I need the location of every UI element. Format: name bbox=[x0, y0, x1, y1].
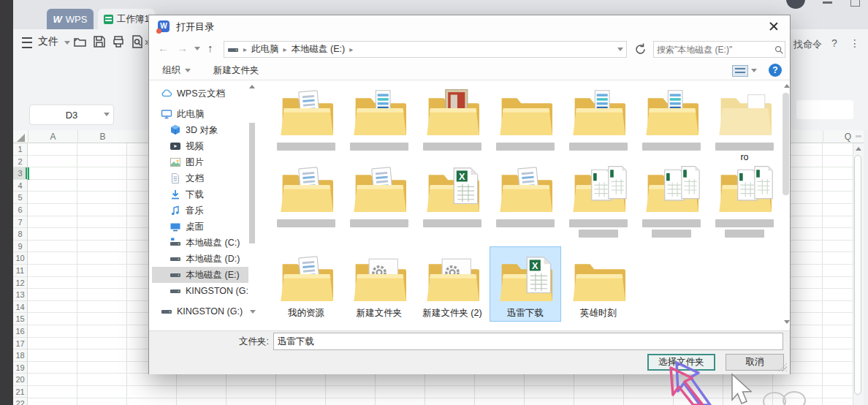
tab-wps-home[interactable]: W WPS bbox=[47, 9, 94, 29]
file-item[interactable] bbox=[490, 81, 560, 153]
row-header[interactable]: 8 bbox=[13, 228, 27, 241]
select-all-corner[interactable] bbox=[17, 134, 25, 142]
file-item[interactable] bbox=[271, 158, 341, 230]
name-box-caret-icon[interactable] bbox=[104, 113, 110, 116]
scrollbar-thumb[interactable] bbox=[854, 155, 861, 395]
file-menu[interactable]: 文件 bbox=[38, 35, 58, 48]
column-header[interactable]: A bbox=[28, 130, 77, 143]
file-item[interactable]: ro bbox=[709, 81, 780, 165]
row-header[interactable]: 3 bbox=[13, 167, 27, 180]
file-item[interactable] bbox=[636, 158, 707, 240]
file-item[interactable] bbox=[344, 81, 414, 153]
file-item[interactable] bbox=[490, 158, 560, 230]
sidebar-item[interactable]: 本地磁盘 (C:) bbox=[152, 235, 248, 251]
row-header[interactable]: 20 bbox=[13, 374, 27, 386]
name-box[interactable]: D3 bbox=[29, 105, 114, 125]
row-header[interactable]: 2 bbox=[13, 156, 27, 168]
scroll-up-icon[interactable] bbox=[856, 147, 861, 151]
print-preview-icon[interactable] bbox=[130, 34, 145, 49]
more-menu-icon[interactable]: ⋮ bbox=[850, 37, 860, 49]
sidebar-item[interactable]: 图片 bbox=[152, 154, 248, 170]
sidebar-item[interactable]: 下载 bbox=[152, 186, 248, 202]
row-header[interactable]: 1 bbox=[13, 143, 27, 156]
sidebar-item[interactable]: 桌面 bbox=[152, 219, 248, 235]
file-item[interactable]: 新建文件夹 (2) bbox=[417, 247, 487, 321]
row-header[interactable]: 4 bbox=[13, 180, 27, 192]
save-icon[interactable] bbox=[92, 34, 107, 49]
crumb-this-pc[interactable]: 此电脑 bbox=[251, 43, 279, 56]
close-icon[interactable] bbox=[759, 15, 787, 37]
column-header[interactable]: B bbox=[77, 130, 127, 143]
forward-icon[interactable]: → bbox=[177, 42, 188, 54]
file-item[interactable]: 英雄时刻 bbox=[563, 247, 633, 321]
new-folder-button[interactable]: 新建文件夹 bbox=[213, 64, 259, 77]
sidebar-item[interactable]: KINGSTON (G: bbox=[152, 283, 248, 299]
dialog-help-icon[interactable]: ? bbox=[769, 64, 782, 77]
search-box[interactable] bbox=[653, 41, 785, 58]
file-item[interactable] bbox=[636, 81, 707, 153]
restore-icon[interactable] bbox=[850, 0, 860, 7]
files-scroll-down-icon[interactable] bbox=[784, 320, 790, 324]
refresh-icon[interactable] bbox=[632, 41, 649, 58]
crumb-local-disk-e[interactable]: 本地磁盘 (E:) bbox=[292, 43, 346, 56]
row-header[interactable]: 15 bbox=[13, 313, 27, 325]
row-header[interactable]: 14 bbox=[13, 301, 27, 314]
files-scroll-up-icon[interactable] bbox=[784, 84, 790, 88]
open-folder-icon[interactable] bbox=[73, 34, 88, 49]
file-item[interactable] bbox=[709, 158, 780, 240]
row-header[interactable]: 9 bbox=[13, 241, 27, 253]
row-header[interactable]: 11 bbox=[13, 265, 27, 277]
breadcrumb[interactable]: ▸ 此电脑 ▸ 本地磁盘 (E:) ▸ bbox=[224, 41, 627, 58]
help-menu-icon[interactable]: ? bbox=[831, 37, 837, 49]
row-header[interactable]: 21 bbox=[13, 386, 27, 398]
sidebar-item[interactable]: KINGSTON (G:) bbox=[152, 303, 248, 319]
sidebar-item[interactable]: 本地磁盘 (E:) bbox=[152, 267, 248, 283]
address-caret-icon[interactable] bbox=[617, 48, 623, 51]
files-scrollbar-thumb[interactable] bbox=[783, 93, 789, 195]
file-item[interactable]: 我的资源 bbox=[271, 247, 341, 321]
find-command-label[interactable]: 找命令 bbox=[793, 38, 822, 51]
print-icon[interactable] bbox=[111, 34, 126, 49]
row-header[interactable]: 5 bbox=[13, 192, 27, 204]
organize-button[interactable]: 组织 bbox=[162, 64, 191, 77]
row-header[interactable]: 13 bbox=[13, 289, 27, 301]
sidebar-scrollbar-thumb[interactable] bbox=[249, 123, 255, 243]
sidebar-item[interactable]: 本地磁盘 (D:) bbox=[152, 251, 248, 267]
row-header[interactable]: 17 bbox=[13, 338, 27, 350]
file-menu-caret-icon[interactable] bbox=[64, 41, 70, 45]
row-header[interactable]: 12 bbox=[13, 277, 27, 289]
sidebar-item[interactable]: 视频 bbox=[152, 138, 248, 154]
chevron-down-icon[interactable] bbox=[250, 310, 256, 314]
file-item[interactable] bbox=[563, 81, 633, 153]
tab-workbook[interactable]: 工作簿1 bbox=[98, 9, 155, 29]
sidebar-item[interactable]: 此电脑 bbox=[152, 106, 248, 122]
file-item[interactable] bbox=[271, 81, 341, 153]
sidebar-item[interactable]: 3D 对象 bbox=[152, 122, 248, 138]
up-icon[interactable]: ↑ bbox=[208, 42, 213, 54]
hamburger-icon[interactable] bbox=[22, 37, 32, 48]
file-item[interactable]: 新建文件夹 bbox=[344, 247, 414, 321]
sidebar-scroll-up-icon[interactable] bbox=[249, 85, 255, 88]
sidebar-item[interactable]: WPS云文档 bbox=[152, 86, 248, 102]
folder-name-input[interactable] bbox=[273, 333, 783, 350]
file-item[interactable] bbox=[563, 158, 633, 240]
file-item[interactable]: X bbox=[417, 158, 487, 230]
minimize-icon[interactable] bbox=[823, 1, 832, 4]
row-header[interactable]: 19 bbox=[13, 362, 27, 374]
row-header[interactable]: 10 bbox=[13, 252, 27, 265]
row-header[interactable]: 22 bbox=[13, 398, 27, 405]
view-mode-icon[interactable] bbox=[732, 65, 748, 77]
file-item[interactable] bbox=[344, 158, 414, 230]
file-item[interactable] bbox=[417, 81, 487, 153]
back-icon[interactable]: ← bbox=[158, 42, 169, 54]
file-item[interactable]: X迅雷下载 bbox=[490, 247, 560, 321]
history-caret-icon[interactable] bbox=[194, 47, 200, 50]
search-input[interactable] bbox=[654, 45, 773, 55]
sidebar-item[interactable]: 音乐 bbox=[152, 202, 248, 219]
view-mode-caret-icon[interactable] bbox=[751, 69, 757, 72]
row-header[interactable]: 18 bbox=[13, 349, 27, 362]
scrollbar-splitter[interactable] bbox=[856, 135, 861, 137]
row-header[interactable]: 7 bbox=[13, 216, 27, 229]
dialog-titlebar[interactable] bbox=[149, 15, 790, 37]
sidebar-item[interactable]: 文档 bbox=[152, 170, 248, 186]
